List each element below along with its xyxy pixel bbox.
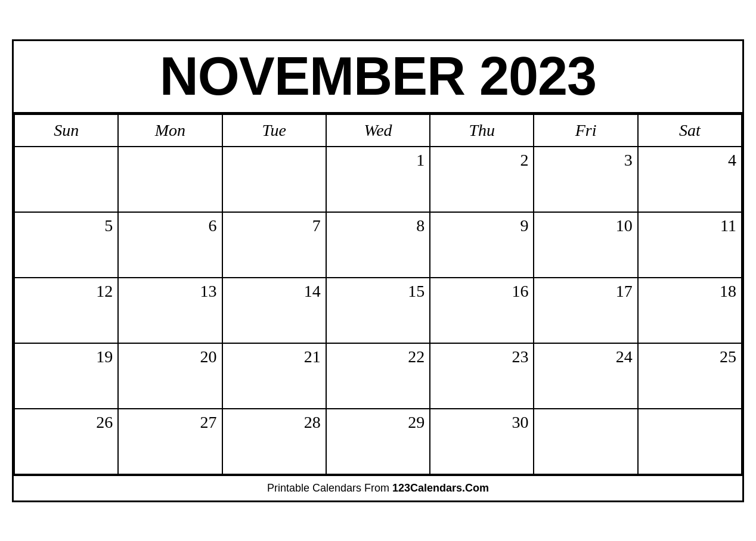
calendar-cell: 23 [430,343,534,409]
calendar-cell: 28 [222,409,326,474]
calendar-cell: 29 [326,409,430,474]
calendar-cell [638,409,742,474]
calendar-cell: 30 [430,409,534,474]
calendar-cell: 13 [118,278,222,343]
calendar-cell: 6 [118,212,222,278]
calendar-cell: 7 [222,212,326,278]
calendar-cell: 24 [534,343,637,409]
calendar-cell: 11 [638,212,742,278]
calendar-cell: 20 [118,343,222,409]
day-header-wed: Wed [326,114,430,147]
calendar-cell [14,147,118,212]
calendar-cell: 8 [326,212,430,278]
calendar-cell: 12 [14,278,118,343]
calendar-cell: 25 [638,343,742,409]
calendar-cell: 17 [534,278,637,343]
week-row-5: 2627282930 [14,409,742,474]
calendar-cell: 22 [326,343,430,409]
calendar-container: NOVEMBER 2023 SunMonTueWedThuFriSat 1234… [12,39,744,502]
calendar-cell: 26 [14,409,118,474]
calendar-cell [534,409,637,474]
calendar-cell: 1 [326,147,430,212]
calendar-cell: 9 [430,212,534,278]
calendar-cell: 3 [534,147,637,212]
calendar-cell [118,147,222,212]
calendar-cell: 16 [430,278,534,343]
day-header-tue: Tue [222,114,326,147]
day-header-sat: Sat [638,114,742,147]
calendar-grid: SunMonTueWedThuFriSat 123456789101112131… [14,114,742,475]
day-header-thu: Thu [430,114,534,147]
calendar-title: NOVEMBER 2023 [14,41,742,114]
footer-text: Printable Calendars From [267,482,392,494]
day-header-fri: Fri [534,114,637,147]
footer-brand: 123Calendars.Com [392,482,489,494]
week-row-3: 12131415161718 [14,278,742,343]
calendar-cell [222,147,326,212]
calendar-cell: 2 [430,147,534,212]
calendar-cell: 18 [638,278,742,343]
calendar-cell: 14 [222,278,326,343]
day-header-sun: Sun [14,114,118,147]
calendar-cell: 15 [326,278,430,343]
week-row-2: 567891011 [14,212,742,278]
day-header-mon: Mon [118,114,222,147]
calendar-cell: 27 [118,409,222,474]
calendar-cell: 4 [638,147,742,212]
calendar-cell: 19 [14,343,118,409]
calendar-cell: 10 [534,212,637,278]
week-row-1: 1234 [14,147,742,212]
calendar-cell: 21 [222,343,326,409]
calendar-footer: Printable Calendars From 123Calendars.Co… [14,475,742,500]
week-row-4: 19202122232425 [14,343,742,409]
day-headers-row: SunMonTueWedThuFriSat [14,114,742,147]
calendar-cell: 5 [14,212,118,278]
